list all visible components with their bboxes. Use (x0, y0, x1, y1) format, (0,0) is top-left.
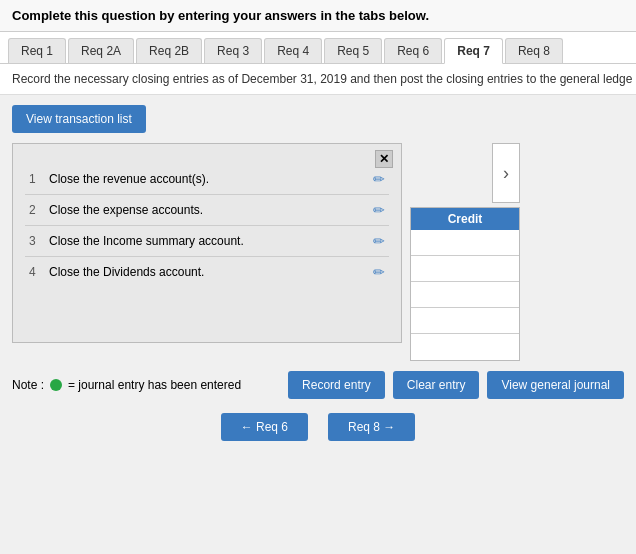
view-transaction-button[interactable]: View transaction list (12, 105, 146, 133)
tabs-bar: Req 1 Req 2A Req 2B Req 3 Req 4 Req 5 Re… (0, 32, 636, 64)
tab-req2a[interactable]: Req 2A (68, 38, 134, 63)
entry-text-3: Close the Income summary account. (49, 234, 373, 248)
credit-table: Credit (410, 207, 520, 361)
tab-req6[interactable]: Req 6 (384, 38, 442, 63)
next-nav-button[interactable]: Req 8 → (328, 413, 415, 441)
view-general-journal-button[interactable]: View general journal (487, 371, 624, 399)
tab-req2b[interactable]: Req 2B (136, 38, 202, 63)
green-dot-icon (50, 379, 62, 391)
edit-icon-2[interactable]: ✏ (373, 202, 385, 218)
edit-icon-4[interactable]: ✏ (373, 264, 385, 280)
tab-req4[interactable]: Req 4 (264, 38, 322, 63)
credit-row-2[interactable] (411, 256, 519, 282)
entry-text-2: Close the expense accounts. (49, 203, 373, 217)
close-button[interactable]: ✕ (375, 150, 393, 168)
entry-num-4: 4 (29, 265, 41, 279)
entry-num-3: 3 (29, 234, 41, 248)
tab-req8[interactable]: Req 8 (505, 38, 563, 63)
arrow-button[interactable]: › (492, 143, 520, 203)
tab-req3[interactable]: Req 3 (204, 38, 262, 63)
entry-num-1: 1 (29, 172, 41, 186)
entry-text-1: Close the revenue account(s). (49, 172, 373, 186)
entry-item-3: 3 Close the Income summary account. ✏ (25, 226, 389, 257)
edit-icon-3[interactable]: ✏ (373, 233, 385, 249)
entry-item-1: 1 Close the revenue account(s). ✏ (25, 164, 389, 195)
entry-item-4: 4 Close the Dividends account. ✏ (25, 257, 389, 287)
note-area: Note : = journal entry has been entered (12, 378, 241, 392)
tab-instruction: Record the necessary closing entries as … (0, 64, 636, 95)
entry-item-2: 2 Close the expense accounts. ✏ (25, 195, 389, 226)
credit-row-3[interactable] (411, 282, 519, 308)
note-text: = journal entry has been entered (68, 378, 241, 392)
entries-panel: ✕ 1 Close the revenue account(s). ✏ 2 Cl… (12, 143, 402, 343)
right-panel: › Credit (410, 143, 520, 361)
credit-row-5[interactable] (411, 334, 519, 360)
top-instruction: Complete this question by entering your … (0, 0, 636, 32)
credit-header: Credit (411, 208, 519, 230)
credit-row-1[interactable] (411, 230, 519, 256)
note-label: Note : (12, 378, 44, 392)
credit-row-4[interactable] (411, 308, 519, 334)
clear-entry-button[interactable]: Clear entry (393, 371, 480, 399)
edit-icon-1[interactable]: ✏ (373, 171, 385, 187)
tab-req1[interactable]: Req 1 (8, 38, 66, 63)
prev-nav-button[interactable]: ← Req 6 (221, 413, 308, 441)
entry-num-2: 2 (29, 203, 41, 217)
entry-text-4: Close the Dividends account. (49, 265, 373, 279)
tab-req7[interactable]: Req 7 (444, 38, 503, 64)
record-entry-button[interactable]: Record entry (288, 371, 385, 399)
tab-req5[interactable]: Req 5 (324, 38, 382, 63)
